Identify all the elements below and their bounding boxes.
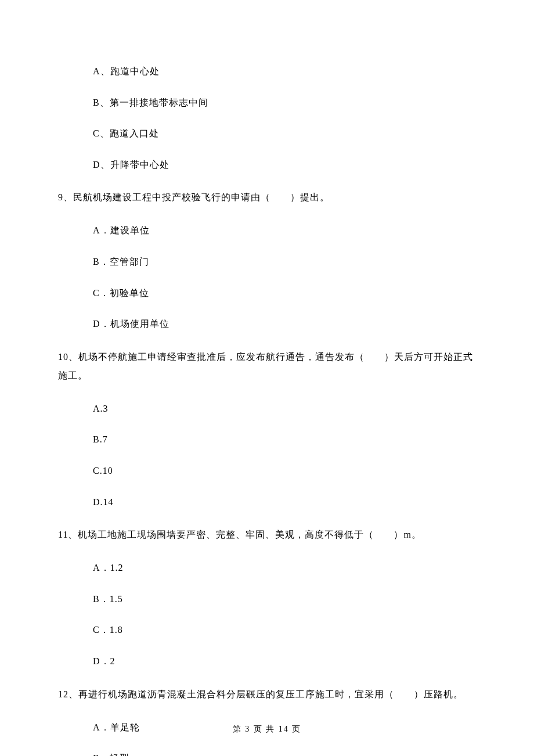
q11-text: 11、机场工地施工现场围墙要严密、完整、牢固、美观，高度不得低于（ ）m。 [58,525,476,544]
q12-option-b: B．轻型 [58,751,476,756]
q10-option-c: C.10 [58,463,476,478]
q11-option-b: B．1.5 [58,592,476,607]
q9-option-c: C．初验单位 [58,286,476,301]
q10-option-b: B.7 [58,432,476,447]
q9-option-d: D．机场使用单位 [58,316,476,332]
q10-option-a: A.3 [58,401,476,416]
q11-option-d: D．2 [58,654,476,669]
q8-option-a: A、跑道中心处 [58,64,476,79]
q8-option-b: B、第一排接地带标志中间 [58,95,476,110]
q11-option-a: A．1.2 [58,560,476,575]
q11-option-c: C．1.8 [58,622,476,638]
page-footer: 第 3 页 共 14 页 [0,723,534,736]
q12-text: 12、再进行机场跑道沥青混凝土混合料分层碾压的复压工序施工时，宜采用（ ）压路机… [58,685,476,704]
q9-option-b: B．空管部门 [58,254,476,269]
q10-text: 10、机场不停航施工申请经审查批准后，应发布航行通告，通告发布（ ）天后方可开始… [58,348,476,385]
q8-option-d: D、升降带中心处 [58,157,476,172]
q8-option-c: C、跑道入口处 [58,126,476,141]
q9-option-a: A．建设单位 [58,223,476,238]
q10-option-d: D.14 [58,495,476,510]
q9-text: 9、民航机场建设工程中投产校验飞行的申请由（ ）提出。 [58,188,476,207]
